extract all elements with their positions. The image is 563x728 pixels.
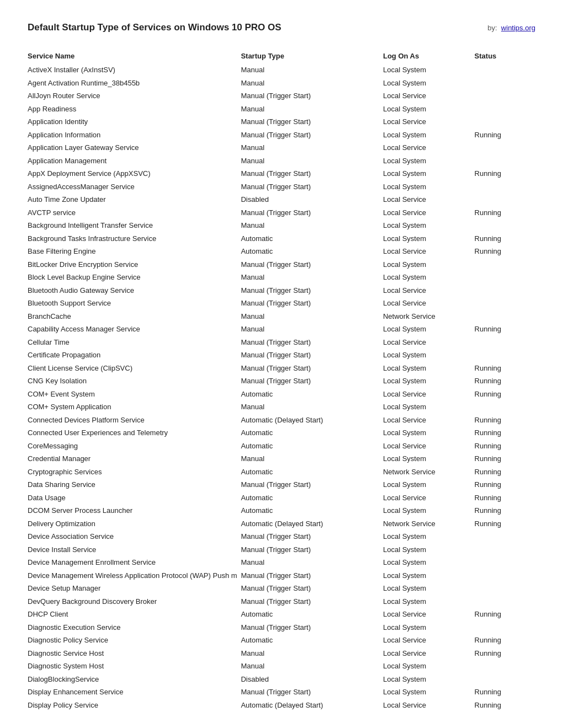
table-row: AppX Deployment Service (AppXSVC)Manual … [28, 167, 535, 180]
page-header: Default Startup Type of Services on Wind… [28, 22, 535, 33]
table-row: Application Layer Gateway ServiceManualL… [28, 141, 535, 154]
cell-status [475, 180, 535, 194]
cell-startup: Manual [241, 77, 383, 90]
cell-service: Background Tasks Infrastructure Service [28, 232, 241, 245]
site-link[interactable]: wintips.org [501, 24, 535, 32]
cell-service: Background Intelligent Transfer Service [28, 219, 241, 232]
cell-service: Bluetooth Support Service [28, 297, 241, 310]
cell-logon: Local System [383, 374, 475, 388]
cell-status: Running [475, 608, 535, 621]
cell-status: Running [475, 245, 535, 258]
cell-service: Diagnostic Execution Service [28, 621, 241, 634]
cell-logon: Local System [383, 452, 475, 465]
cell-logon: Local Service [383, 440, 475, 453]
cell-startup: Manual (Trigger Start) [241, 180, 383, 194]
table-row: Certificate PropagationManual (Trigger S… [28, 349, 535, 362]
cell-logon: Network Service [383, 310, 475, 323]
cell-status: Running [475, 167, 535, 180]
cell-status [475, 63, 535, 77]
by-label: by: [487, 24, 497, 32]
cell-service: AVCTP service [28, 206, 241, 220]
cell-service: Capability Access Manager Service [28, 323, 241, 336]
cell-logon: Local System [383, 400, 475, 414]
cell-startup: Manual (Trigger Start) [241, 297, 383, 310]
cell-logon: Local System [383, 349, 475, 362]
cell-status [475, 141, 535, 154]
table-row: AVCTP serviceManual (Trigger Start)Local… [28, 206, 535, 220]
table-row: Display Enhancement ServiceManual (Trigg… [28, 686, 535, 699]
cell-startup: Automatic [241, 634, 383, 647]
cell-status: Running [475, 491, 535, 505]
cell-status: Running [475, 478, 535, 491]
cell-service: Block Level Backup Engine Service [28, 271, 241, 284]
table-row: Display Policy ServiceAutomatic (Delayed… [28, 699, 535, 712]
cell-logon: Local Service [383, 206, 475, 220]
cell-status [475, 582, 535, 595]
cell-logon: Local System [383, 478, 475, 491]
cell-startup: Manual (Trigger Start) [241, 349, 383, 362]
table-row: Device Management Enrollment ServiceManu… [28, 556, 535, 569]
cell-logon: Local Service [383, 336, 475, 349]
table-row: Diagnostic Policy ServiceAutomaticLocal … [28, 634, 535, 647]
cell-status: Running [475, 465, 535, 479]
cell-service: Diagnostic Service Host [28, 647, 241, 660]
cell-status [475, 556, 535, 569]
cell-service: CNG Key Isolation [28, 374, 241, 388]
table-row: Connected Devices Platform ServiceAutoma… [28, 414, 535, 427]
cell-status: Running [475, 634, 535, 647]
cell-logon: Network Service [383, 517, 475, 531]
cell-startup: Manual [241, 452, 383, 465]
cell-service: Auto Time Zone Updater [28, 193, 241, 206]
table-row: Client License Service (ClipSVC)Manual (… [28, 362, 535, 375]
cell-logon: Local System [383, 504, 475, 517]
cell-status: Running [475, 414, 535, 427]
cell-status: Running [475, 374, 535, 388]
table-row: Connected User Experiences and Telemetry… [28, 426, 535, 440]
cell-status: Running [475, 426, 535, 440]
cell-logon: Local System [383, 686, 475, 699]
cell-startup: Manual (Trigger Start) [241, 284, 383, 297]
cell-startup: Manual (Trigger Start) [241, 336, 383, 349]
cell-logon: Local Service [383, 608, 475, 621]
cell-startup: Automatic [241, 232, 383, 245]
cell-startup: Automatic (Delayed Start) [241, 699, 383, 712]
cell-logon: Local System [383, 543, 475, 556]
table-row: Block Level Backup Engine ServiceManualL… [28, 271, 535, 284]
cell-service: Cryptographic Services [28, 465, 241, 479]
cell-service: AllJoyn Router Service [28, 89, 241, 103]
cell-logon: Local System [383, 271, 475, 284]
cell-service: DialogBlockingService [28, 673, 241, 686]
cell-service: ActiveX Installer (AxInstSV) [28, 63, 241, 77]
cell-startup: Automatic [241, 608, 383, 621]
cell-status: Running [475, 647, 535, 660]
cell-startup: Manual [241, 660, 383, 673]
cell-logon: Local Service [383, 647, 475, 660]
cell-status [475, 621, 535, 634]
col-header-logon: Log On As [383, 50, 475, 63]
cell-startup: Disabled [241, 673, 383, 686]
table-row: Background Tasks Infrastructure ServiceA… [28, 232, 535, 245]
cell-startup: Manual [241, 219, 383, 232]
cell-logon: Local Service [383, 193, 475, 206]
cell-startup: Manual (Trigger Start) [241, 206, 383, 220]
table-row: Data Sharing ServiceManual (Trigger Star… [28, 478, 535, 491]
table-row: Bluetooth Support ServiceManual (Trigger… [28, 297, 535, 310]
cell-status [475, 115, 535, 129]
cell-status: Running [475, 129, 535, 142]
cell-startup: Automatic (Delayed Start) [241, 517, 383, 531]
cell-status [475, 297, 535, 310]
cell-status [475, 219, 535, 232]
cell-logon: Local Service [383, 634, 475, 647]
cell-service: Application Layer Gateway Service [28, 141, 241, 154]
cell-startup: Manual (Trigger Start) [241, 595, 383, 608]
cell-service: Device Association Service [28, 530, 241, 543]
cell-status [475, 595, 535, 608]
cell-logon: Local System [383, 569, 475, 582]
cell-service: Connected Devices Platform Service [28, 414, 241, 427]
cell-service: Cellular Time [28, 336, 241, 349]
cell-startup: Manual (Trigger Start) [241, 621, 383, 634]
cell-logon: Local Service [383, 414, 475, 427]
cell-service: Data Usage [28, 491, 241, 505]
cell-logon: Network Service [383, 465, 475, 479]
table-row: Device Install ServiceManual (Trigger St… [28, 543, 535, 556]
